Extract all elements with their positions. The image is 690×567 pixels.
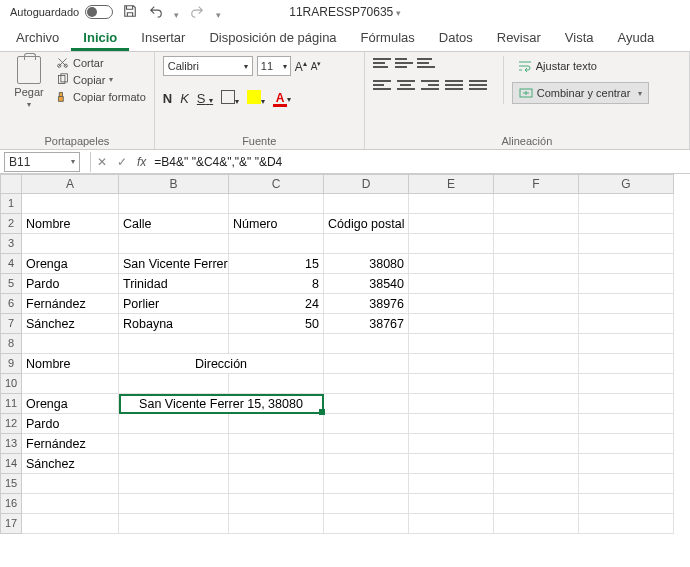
cell[interactable] (494, 274, 579, 294)
cell[interactable] (494, 234, 579, 254)
cell[interactable]: Fernández (22, 294, 119, 314)
bold-button[interactable]: N (163, 91, 172, 106)
cell[interactable] (579, 254, 674, 274)
fx-icon[interactable]: fx (137, 155, 146, 169)
cell[interactable] (579, 474, 674, 494)
paste-button[interactable]: Pegar ▾ (8, 56, 50, 109)
cell[interactable] (229, 454, 324, 474)
column-header[interactable]: G (579, 174, 674, 194)
align-middle-icon[interactable] (395, 56, 413, 70)
align-center-icon[interactable] (397, 78, 415, 92)
cell[interactable] (494, 294, 579, 314)
cell[interactable]: Número (229, 214, 324, 234)
row-header[interactable]: 16 (0, 494, 22, 514)
cell[interactable] (229, 474, 324, 494)
cell[interactable] (494, 454, 579, 474)
tab-vista[interactable]: Vista (553, 24, 606, 51)
column-header[interactable]: B (119, 174, 229, 194)
italic-button[interactable]: K (180, 91, 189, 106)
cell[interactable] (494, 194, 579, 214)
cell[interactable] (22, 474, 119, 494)
cell[interactable] (579, 454, 674, 474)
cell[interactable] (579, 414, 674, 434)
cell[interactable] (119, 374, 229, 394)
column-header[interactable]: F (494, 174, 579, 194)
align-right-icon[interactable] (421, 78, 439, 92)
grow-font-icon[interactable]: A▴ (295, 59, 307, 74)
cell[interactable] (409, 314, 494, 334)
row-header[interactable]: 11 (0, 394, 22, 414)
indent-decrease-icon[interactable] (445, 78, 463, 92)
cell[interactable]: 38080 (324, 254, 409, 274)
cell[interactable] (324, 354, 409, 374)
cell[interactable] (494, 334, 579, 354)
cell[interactable] (229, 514, 324, 534)
cell[interactable] (324, 234, 409, 254)
cell[interactable] (119, 454, 229, 474)
row-header[interactable]: 2 (0, 214, 22, 234)
cell[interactable]: 38540 (324, 274, 409, 294)
name-box[interactable]: B11▾ (4, 152, 80, 172)
redo-icon[interactable]: ▾ (174, 10, 179, 20)
cell[interactable] (229, 334, 324, 354)
cell[interactable]: Nombre (22, 354, 119, 374)
row-header[interactable]: 6 (0, 294, 22, 314)
cell[interactable] (119, 514, 229, 534)
cell[interactable]: Sánchez (22, 454, 119, 474)
cell[interactable]: Pardo (22, 274, 119, 294)
format-painter-button[interactable]: Copiar formato (56, 90, 146, 103)
cell[interactable] (119, 234, 229, 254)
cell[interactable] (409, 474, 494, 494)
cell[interactable] (409, 374, 494, 394)
tab-formulas[interactable]: Fórmulas (349, 24, 427, 51)
tab-datos[interactable]: Datos (427, 24, 485, 51)
cell[interactable] (494, 254, 579, 274)
cell[interactable] (579, 334, 674, 354)
font-family-select[interactable]: Calibri▾ (163, 56, 253, 76)
cell[interactable] (324, 414, 409, 434)
document-title[interactable]: 11RARESSP70635 (289, 5, 401, 19)
font-color-button[interactable]: A▾ (273, 90, 291, 107)
row-header[interactable]: 14 (0, 454, 22, 474)
cell[interactable] (324, 494, 409, 514)
row-header[interactable]: 15 (0, 474, 22, 494)
cell[interactable]: 50 (229, 314, 324, 334)
cell[interactable] (22, 334, 119, 354)
cancel-formula-icon[interactable]: ✕ (97, 155, 107, 169)
cell[interactable] (579, 354, 674, 374)
qat-more-icon[interactable]: ▾ (216, 10, 221, 20)
cell[interactable] (579, 294, 674, 314)
tab-disposicion[interactable]: Disposición de página (197, 24, 348, 51)
tab-inicio[interactable]: Inicio (71, 24, 129, 51)
cell[interactable]: Calle (119, 214, 229, 234)
cell[interactable]: 38976 (324, 294, 409, 314)
cell[interactable] (229, 194, 324, 214)
cell[interactable]: 24 (229, 294, 324, 314)
font-size-select[interactable]: 11▾ (257, 56, 291, 76)
cell[interactable] (324, 474, 409, 494)
cell[interactable] (409, 254, 494, 274)
cell[interactable] (409, 514, 494, 534)
cell[interactable] (409, 494, 494, 514)
cell[interactable] (409, 234, 494, 254)
cell[interactable]: Porlier (119, 294, 229, 314)
cell[interactable] (324, 434, 409, 454)
cell[interactable] (494, 434, 579, 454)
formula-input[interactable]: =B4&" "&C4&","&" "&D4 (154, 155, 690, 169)
column-header[interactable]: E (409, 174, 494, 194)
cell[interactable]: Orenga (22, 394, 119, 414)
cell[interactable] (494, 354, 579, 374)
cell[interactable]: San Vicente Ferrer (119, 254, 229, 274)
cell[interactable] (409, 454, 494, 474)
cell[interactable] (22, 494, 119, 514)
cell[interactable] (409, 274, 494, 294)
cell[interactable] (579, 214, 674, 234)
tab-archivo[interactable]: Archivo (4, 24, 71, 51)
cell[interactable] (409, 294, 494, 314)
row-header[interactable]: 17 (0, 514, 22, 534)
row-header[interactable]: 10 (0, 374, 22, 394)
row-header[interactable]: 1 (0, 194, 22, 214)
cell[interactable] (229, 234, 324, 254)
cell[interactable] (579, 514, 674, 534)
cell[interactable] (22, 374, 119, 394)
